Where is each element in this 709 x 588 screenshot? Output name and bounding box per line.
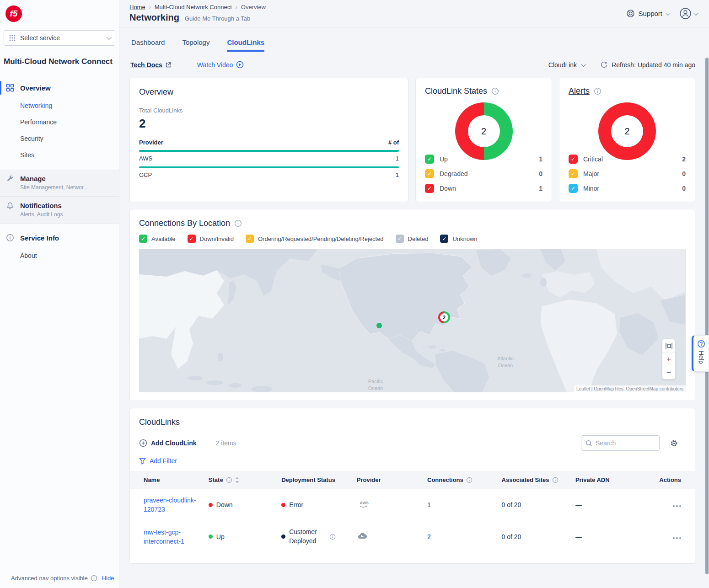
info-circle-icon[interactable] <box>594 87 602 95</box>
legend-row-down: ✓ Down 1 <box>425 181 542 196</box>
map-zoom-out-button[interactable]: − <box>662 366 675 379</box>
down-label: Down <box>440 185 456 192</box>
up-checkbox[interactable]: ✓ <box>425 155 434 164</box>
alerts-total: 2 <box>624 126 629 137</box>
down-invalid-checkbox[interactable]: ✓ <box>188 235 196 243</box>
watch-video-link[interactable]: Watch Video <box>197 61 244 69</box>
sidebar-item-sites[interactable]: Sites <box>0 147 119 163</box>
sidebar-item-security[interactable]: Security <box>0 130 119 147</box>
cloudlink-name-link[interactable]: praveen-cloudlink-120723 <box>144 496 199 514</box>
down-checkbox[interactable]: ✓ <box>425 184 434 193</box>
column-header-provider[interactable]: Provider <box>357 471 427 489</box>
f5-logo[interactable]: f5 <box>5 5 22 22</box>
search-input[interactable] <box>596 439 650 447</box>
table-header-row: Name State Deploym <box>130 471 695 489</box>
add-cloudlink-button[interactable]: Add CloudLink <box>139 439 197 447</box>
column-header-connections[interactable]: Connections <box>427 471 502 489</box>
map-marker-cluster[interactable]: 2 <box>438 311 450 323</box>
info-circle-icon[interactable] <box>491 87 499 95</box>
tab-dashboard[interactable]: Dashboard <box>131 38 165 52</box>
info-circle-icon[interactable] <box>91 575 97 582</box>
scrollbar-thumb[interactable] <box>705 58 709 574</box>
row-actions-menu-icon[interactable] <box>673 537 681 539</box>
cloudlinks-section-title: CloudLinks <box>130 417 695 427</box>
available-checkbox[interactable]: ✓ <box>139 235 147 243</box>
column-header-deployment[interactable]: Deployment Status <box>281 471 357 489</box>
sidebar-manage-subtitle: Site Management, Networ... <box>20 184 119 191</box>
sidebar-overview-label: Overview <box>20 84 51 92</box>
info-circle-icon[interactable] <box>329 534 336 540</box>
chevron-down-icon <box>666 10 671 15</box>
info-circle-icon[interactable] <box>226 477 232 483</box>
refresh-status-text: Refresh: Updated 40 min ago <box>612 61 695 69</box>
top-header: Home › Multi-Cloud Network Connect › Ove… <box>119 0 709 27</box>
available-label: Available <box>151 235 176 242</box>
watch-video-label: Watch Video <box>197 61 233 69</box>
column-header-associated-sites[interactable]: Associated Sites <box>502 471 575 489</box>
degraded-checkbox[interactable]: ✓ <box>425 169 434 178</box>
sidebar-item-about[interactable]: About <box>0 247 119 264</box>
table-settings-gear-icon[interactable] <box>670 439 678 448</box>
sidebar-item-networking[interactable]: Networking <box>0 97 119 114</box>
search-icon <box>585 440 592 447</box>
cloudlink-name-link[interactable]: mw-test-gcp-interconnect-1 <box>144 528 199 546</box>
column-header-name[interactable]: Name <box>130 471 209 489</box>
column-header-actions: Actions <box>654 471 695 489</box>
deployment-value: Customer Deployed <box>289 528 326 545</box>
breadcrumb-home[interactable]: Home <box>129 4 145 11</box>
info-circle-icon[interactable] <box>466 477 473 483</box>
select-service-dropdown[interactable]: Select service <box>4 30 115 46</box>
search-box[interactable] <box>581 435 660 451</box>
guide-me-link[interactable]: Guide Me Through a Tab <box>185 15 250 22</box>
minor-checkbox[interactable]: ✓ <box>569 184 578 193</box>
deployment-error-dot <box>281 503 285 507</box>
select-service-label: Select service <box>20 34 102 42</box>
sidebar-item-notifications[interactable]: Notifications Alerts, Audit Logs <box>0 197 119 224</box>
row-actions-menu-icon[interactable] <box>673 505 681 507</box>
ordering-checkbox[interactable]: ✓ <box>246 235 254 243</box>
sidebar: f5 Select service Multi-Cloud Network Co… <box>0 0 119 588</box>
unknown-checkbox[interactable]: ✓ <box>440 235 448 243</box>
tab-cloudlinks[interactable]: CloudLinks <box>227 38 264 52</box>
map-attribution[interactable]: Leaflet | OpenMapTiles, OpenStreetMap co… <box>574 385 686 392</box>
sidebar-item-performance[interactable]: Performance <box>0 114 119 130</box>
hide-nav-link[interactable]: Hide <box>102 575 114 582</box>
world-map-svg <box>139 249 685 392</box>
map-fit-bounds-button[interactable] <box>662 339 675 353</box>
critical-value: 2 <box>682 155 686 163</box>
map-zoom-in-button[interactable]: + <box>662 353 675 366</box>
info-circle-icon[interactable] <box>234 219 242 227</box>
info-circle-icon[interactable] <box>552 477 559 483</box>
cloudlink-scope-dropdown[interactable]: CloudLink <box>548 61 585 69</box>
provider-name: AWS <box>139 155 152 162</box>
connections-value: 1 <box>427 501 431 508</box>
breadcrumb-mcn[interactable]: Multi-Cloud Network Connect <box>155 4 232 11</box>
gcp-cloud-icon <box>357 532 368 540</box>
state-header-label: State <box>209 476 223 483</box>
tech-docs-link[interactable]: Tech Docs <box>130 61 172 69</box>
sidebar-item-service-info[interactable]: Service Info <box>0 227 119 247</box>
refresh-control[interactable]: Refresh: Updated 40 min ago <box>600 61 695 69</box>
critical-checkbox[interactable]: ✓ <box>569 155 578 164</box>
sort-icon[interactable] <box>235 477 239 483</box>
filter-funnel-icon <box>139 458 146 465</box>
help-tab[interactable]: Help <box>692 335 709 372</box>
sidebar-item-overview[interactable]: Overview <box>0 77 119 97</box>
world-map[interactable]: Pacific Ocean Atlantic Ocean 2 + − Leafl… <box>139 249 686 392</box>
critical-label: Critical <box>583 155 603 163</box>
map-marker-available[interactable] <box>376 323 382 328</box>
major-checkbox[interactable]: ✓ <box>569 169 578 178</box>
column-header-state[interactable]: State <box>209 471 281 489</box>
bell-icon <box>6 202 14 210</box>
support-menu[interactable]: Support <box>626 9 669 18</box>
sidebar-item-manage[interactable]: Manage Site Management, Networ... <box>0 170 119 197</box>
add-filter-label: Add Filter <box>150 457 177 465</box>
column-header-private-adn[interactable]: Private ADN <box>575 471 654 489</box>
deleted-checkbox[interactable]: ✓ <box>396 235 404 243</box>
legend-unknown: ✓ Unknown <box>440 235 477 243</box>
associated-sites-value: 0 of 20 <box>502 501 521 508</box>
alerts-card-title[interactable]: Alerts <box>569 86 590 96</box>
add-filter-button[interactable]: Add Filter <box>139 457 686 465</box>
tab-topology[interactable]: Topology <box>182 38 209 52</box>
user-menu[interactable] <box>679 7 697 20</box>
